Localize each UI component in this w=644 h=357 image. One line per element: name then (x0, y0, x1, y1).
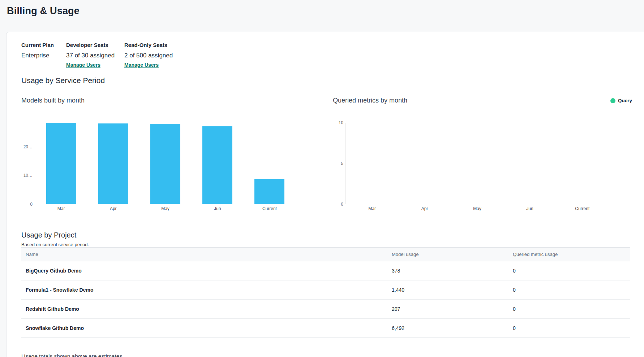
x-axis-label: May (451, 206, 503, 211)
x-axis-label: Current (244, 206, 296, 211)
project-name-cell: Snowflake Github Demo (21, 325, 392, 331)
x-axis-label: May (139, 206, 191, 211)
current-plan-value: Enterprise (21, 52, 54, 59)
x-axis-label: Mar (35, 206, 87, 211)
x-axis-label: Apr (87, 206, 139, 211)
queried-metric-usage-cell: 0 (513, 325, 630, 331)
queried-metric-usage-cell: 0 (513, 268, 630, 274)
developer-seats-value: 37 of 30 assigned (66, 52, 115, 59)
model-usage-cell: 6,492 (392, 325, 513, 331)
project-name-cell: BigQuery Github Demo (21, 268, 392, 274)
manage-users-link-developer[interactable]: Manage Users (66, 62, 100, 68)
legend-dot-icon (610, 98, 615, 103)
current-plan-column: Current Plan Enterprise (21, 42, 54, 59)
table-row: Redshift Github Demo 207 0 (21, 300, 630, 319)
y-axis-tick: 0 (341, 202, 343, 207)
table-bottom-divider (21, 347, 630, 347)
y-axis-tick: 5 (341, 161, 343, 166)
x-axis-label: Apr (398, 206, 451, 211)
x-axis-label: Jun (192, 206, 244, 211)
y-axis-tick: 10 (339, 120, 343, 125)
model-usage-cell: 207 (392, 306, 513, 312)
queried-metrics-chart-title: Queried metrics by month (333, 97, 407, 104)
x-axis-label: Current (556, 206, 609, 211)
queried-metrics-chart-plot: 0510MarAprMayJunCurrent (345, 123, 608, 204)
y-axis-tick: 20… (23, 144, 33, 149)
x-axis-label: Mar (346, 206, 398, 211)
usage-table-body: BigQuery Github Demo 378 0 Formula1 - Sn… (21, 261, 630, 338)
read-only-seats-value: 2 of 500 assigned (124, 52, 173, 59)
usage-table-header: Name Model usage Queried metric usage (21, 247, 630, 261)
usage-estimate-note: Usage totals shown above are estimates (21, 353, 122, 357)
developer-seats-column: Developer Seats 37 of 30 assigned Manage… (66, 42, 115, 68)
y-axis-tick: 10… (23, 173, 33, 178)
current-plan-label: Current Plan (21, 42, 54, 48)
bar-may[interactable] (150, 123, 181, 204)
page-header: Billing & Usage (0, 0, 644, 32)
billing-card: Current Plan Enterprise Developer Seats … (6, 32, 644, 357)
project-name-cell: Redshift Github Demo (21, 306, 392, 312)
usage-table: Name Model usage Queried metric usage Bi… (21, 247, 630, 338)
column-header-model-usage: Model usage (392, 252, 513, 257)
developer-seats-label: Developer Seats (66, 42, 115, 48)
manage-users-link-read-only[interactable]: Manage Users (124, 62, 159, 68)
section-title-usage-by-project: Usage by Project (21, 231, 76, 239)
y-axis-tick: 0 (30, 202, 33, 207)
page-title: Billing & Usage (7, 5, 80, 17)
column-header-name: Name (21, 252, 392, 257)
bar-apr[interactable] (98, 123, 129, 204)
queried-metric-usage-cell: 0 (513, 306, 630, 312)
model-usage-cell: 378 (392, 268, 513, 274)
bar-jun[interactable] (202, 126, 233, 204)
table-row: Snowflake Github Demo 6,492 0 (21, 319, 630, 338)
x-axis-label: Jun (503, 206, 556, 211)
model-usage-cell: 1,440 (392, 287, 513, 293)
table-row: Formula1 - Snowflake Demo 1,440 0 (21, 280, 630, 300)
legend-label: Query (618, 98, 632, 103)
queried-metric-usage-cell: 0 (513, 287, 630, 293)
read-only-seats-column: Read-Only Seats 2 of 500 assigned Manage… (124, 42, 173, 68)
models-built-chart-plot: 010…20…MarAprMayJunCurrent (35, 123, 295, 204)
usage-by-project-subtitle: Based on current service period. (21, 242, 89, 247)
models-built-chart-title: Models built by month (21, 97, 85, 104)
table-row: BigQuery Github Demo 378 0 (21, 261, 630, 280)
bar-mar[interactable] (46, 122, 77, 204)
read-only-seats-label: Read-Only Seats (124, 42, 173, 48)
bar-current[interactable] (254, 179, 285, 204)
section-title-service-period: Usage by Service Period (21, 76, 105, 85)
column-header-queried-metric-usage: Queried metric usage (513, 252, 630, 257)
chart-legend[interactable]: Query (610, 98, 632, 103)
project-name-cell: Formula1 - Snowflake Demo (21, 287, 392, 293)
